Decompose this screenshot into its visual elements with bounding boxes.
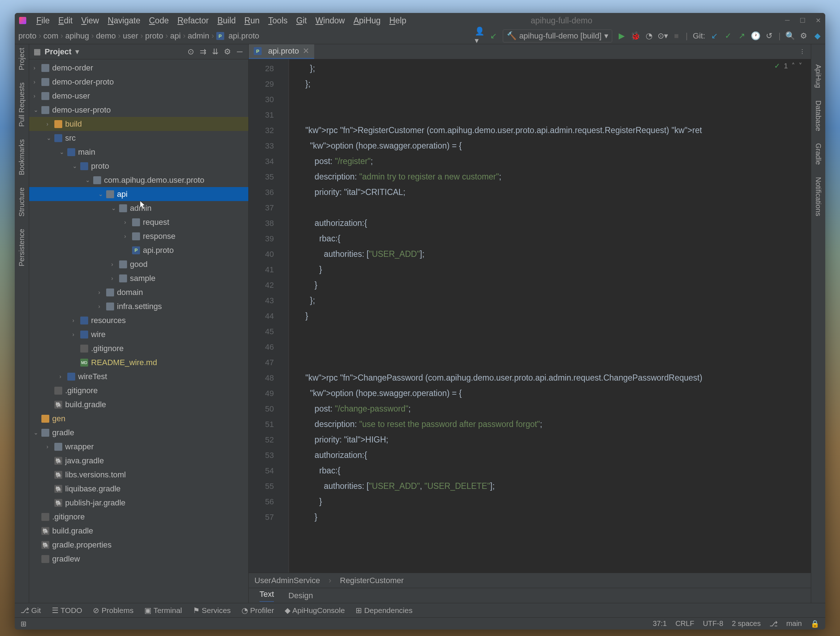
tree-admin[interactable]: ⌄admin <box>29 201 248 215</box>
tree-libs[interactable]: 🐘libs.versions.toml <box>29 468 248 482</box>
menu-edit[interactable]: Edit <box>55 14 76 27</box>
run-config-select[interactable]: 🔨 apihug-full-demo [build] ▾ <box>503 30 613 43</box>
rail-structure[interactable]: Structure <box>17 185 26 219</box>
tree-wire[interactable]: ›wire <box>29 327 248 342</box>
prev-icon[interactable]: ˄ <box>791 61 795 70</box>
coverage-icon[interactable]: ◔ <box>644 31 653 40</box>
tree-build[interactable]: ›build <box>29 117 248 131</box>
tree-proto[interactable]: ⌄proto <box>29 159 248 173</box>
tool-todo[interactable]: ☰ TODO <box>52 606 82 615</box>
rail-pull-requests[interactable]: Pull Requests <box>17 80 26 129</box>
rail-database[interactable]: Database <box>814 98 823 134</box>
git-history-icon[interactable]: 🕐 <box>751 31 760 40</box>
tree-domain[interactable]: ›domain <box>29 285 248 299</box>
tree-demo_user_proto[interactable]: ⌄demo-user-proto <box>29 103 248 117</box>
rail-gradle[interactable]: Gradle <box>814 141 823 167</box>
tool-terminal[interactable]: ▣ Terminal <box>144 606 182 615</box>
rail-bookmarks[interactable]: Bookmarks <box>17 137 26 177</box>
collapse-icon[interactable]: ⇊ <box>211 47 219 56</box>
tab-more-icon[interactable]: ⋮ <box>799 48 811 55</box>
tree-infra[interactable]: ›infra.settings <box>29 299 248 313</box>
line-separator[interactable]: CRLF <box>676 619 694 628</box>
tree-gitignore2[interactable]: .gitignore <box>29 384 248 398</box>
settings-icon[interactable]: ⚙ <box>799 31 808 40</box>
menu-file[interactable]: File <box>33 14 53 27</box>
menu-view[interactable]: View <box>78 14 103 27</box>
tree-demo_user[interactable]: ›demo-user <box>29 89 248 103</box>
tree-wrapper[interactable]: ›wrapper <box>29 439 248 453</box>
settings-icon[interactable]: ⚙ <box>223 47 232 56</box>
tree-gitignore[interactable]: .gitignore <box>29 342 248 356</box>
menu-navigate[interactable]: Navigate <box>104 14 144 27</box>
crumb-proto[interactable]: proto <box>18 31 36 41</box>
menu-run[interactable]: Run <box>241 14 263 27</box>
tree-resources[interactable]: ›resources <box>29 313 248 327</box>
rail-apihug[interactable]: ApiHug <box>814 62 823 90</box>
stop-icon[interactable]: ■ <box>672 31 681 40</box>
crumb-api[interactable]: api <box>170 31 181 41</box>
code-text[interactable]: }; }; "kw">rpc "fn">RegisterCustomer (co… <box>289 59 811 573</box>
tool-services[interactable]: ⚑ Services <box>193 606 231 615</box>
editor-tab[interactable]: P api.proto ✕ <box>249 44 314 59</box>
debug-icon[interactable]: 🐞 <box>631 31 639 40</box>
crumb-com[interactable]: com <box>43 31 58 41</box>
tree-demo_order_proto[interactable]: ›demo-order-proto <box>29 75 248 89</box>
chevron-down-icon[interactable]: ▾ <box>75 47 79 57</box>
design-tab-text[interactable]: Text <box>259 590 274 602</box>
tree-sample[interactable]: ›sample <box>29 271 248 285</box>
tree-demo_order[interactable]: ›demo-order <box>29 61 248 75</box>
encoding[interactable]: UTF-8 <box>703 619 723 628</box>
expand-icon[interactable]: ⇉ <box>199 47 207 56</box>
tool-git[interactable]: ⎇ Git <box>21 606 41 615</box>
crumb-api.proto[interactable]: api.proto <box>229 31 259 41</box>
tool-window-icon[interactable]: ⊞ <box>21 619 27 628</box>
run-icon[interactable]: ▶ <box>617 31 626 40</box>
tool-dependencies[interactable]: ⊞ Dependencies <box>355 606 412 615</box>
crumb-service[interactable]: UserAdminService <box>254 576 320 585</box>
back-icon[interactable]: ↙ <box>489 31 498 40</box>
close-tab-icon[interactable]: ✕ <box>303 46 309 56</box>
profile-icon[interactable]: ⊙▾ <box>658 31 667 40</box>
tree-src[interactable]: ⌄src <box>29 131 248 145</box>
tree-build_gradle[interactable]: 🐘build.gradle <box>29 398 248 411</box>
git-branch[interactable]: main <box>786 619 802 628</box>
crumb-method[interactable]: RegisterCustomer <box>340 576 404 585</box>
tree-build_gradle2[interactable]: 🐘build.gradle <box>29 524 248 538</box>
rail-persistence[interactable]: Persistence <box>17 227 26 269</box>
locate-icon[interactable]: ⊙ <box>186 47 195 56</box>
tree-gitignore3[interactable]: .gitignore <box>29 510 248 524</box>
tree-publish_jar[interactable]: 🐘publish-jar.gradle <box>29 496 248 510</box>
next-icon[interactable]: ˅ <box>799 61 802 70</box>
tool-profiler[interactable]: ◔ Profiler <box>242 606 274 615</box>
tree-good[interactable]: ›good <box>29 257 248 271</box>
crumb-apihug[interactable]: apihug <box>65 31 89 41</box>
menu-code[interactable]: Code <box>145 14 172 27</box>
tree-readme_wire[interactable]: MDREADME_wire.md <box>29 356 248 370</box>
tree-liquibase[interactable]: 🐘liquibase.gradle <box>29 482 248 496</box>
user-icon[interactable]: 👤▾ <box>475 31 484 40</box>
rail-project[interactable]: Project <box>17 46 26 72</box>
caret-position[interactable]: 37:1 <box>653 619 667 628</box>
menu-build[interactable]: Build <box>214 14 239 27</box>
tree-java_gradle[interactable]: 🐘java.gradle <box>29 453 248 468</box>
inspections-widget[interactable]: ✓ 1 ˄ ˅ <box>774 61 802 70</box>
tree-wire_test[interactable]: ›wireTest <box>29 370 248 384</box>
crumb-demo[interactable]: demo <box>96 31 116 41</box>
git-rollback-icon[interactable]: ↺ <box>765 31 774 40</box>
git-push-icon[interactable]: ↗ <box>737 31 746 40</box>
tree-api[interactable]: ⌄api <box>29 187 248 201</box>
git-pull-icon[interactable]: ↙ <box>710 31 719 40</box>
hide-icon[interactable]: ─ <box>235 47 244 56</box>
rail-notifications[interactable]: Notifications <box>814 175 823 218</box>
tree-main[interactable]: ⌄main <box>29 145 248 159</box>
crumb-user[interactable]: user <box>123 31 138 41</box>
crumb-admin[interactable]: admin <box>188 31 209 41</box>
tool-apihugconsole[interactable]: ◆ ApiHugConsole <box>285 606 345 615</box>
maximize-icon[interactable]: ☐ <box>800 17 805 24</box>
tree-gradlew[interactable]: gradlew <box>29 552 248 566</box>
menu-tools[interactable]: Tools <box>265 14 291 27</box>
menu-refactor[interactable]: Refactor <box>174 14 212 27</box>
tool-problems[interactable]: ⊘ Problems <box>93 606 134 615</box>
design-tab-design[interactable]: Design <box>288 591 313 600</box>
git-commit-icon[interactable]: ✓ <box>724 31 733 40</box>
